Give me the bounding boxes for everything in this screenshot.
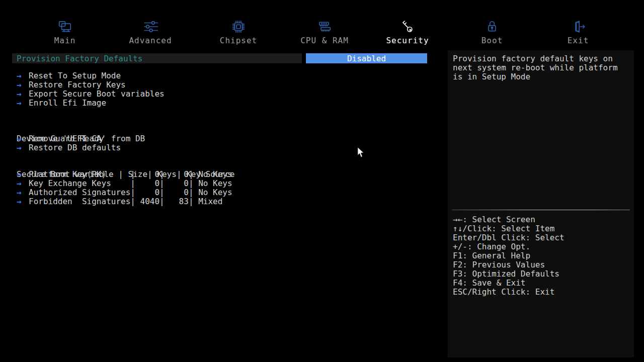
secure-boot-variable-table: Secure Boot variable | Size| Keys| Key S… xyxy=(0,161,448,206)
submenu-arrow-icon: → xyxy=(17,143,22,152)
lock-icon xyxy=(485,19,500,34)
tab-boot[interactable]: Boot xyxy=(457,19,527,45)
option-value-box[interactable]: Disabled xyxy=(306,53,427,63)
option-label-bar: Provision Factory Defaults xyxy=(12,53,302,63)
help-panel-divider xyxy=(452,210,630,210)
menu-item-export-secure-boot[interactable]: → Export Secure Boot variables xyxy=(0,89,448,99)
chip-icon xyxy=(231,19,246,34)
legend-change-opt: +/-: Change Opt. xyxy=(453,242,565,251)
tab-cpu-ram[interactable]: CPU & RAM xyxy=(289,19,360,45)
tab-chipset-label: Chipset xyxy=(220,36,257,45)
tab-main-label: Main xyxy=(54,36,76,45)
legend-general-help: F1: General Help xyxy=(453,251,565,260)
menu-item-remove-uefi-ca[interactable]: → Remove 'UEFI CA' from DB xyxy=(0,134,448,143)
key-icon xyxy=(400,19,415,34)
tab-exit[interactable]: Exit xyxy=(543,19,613,45)
security-actions-list: → Reset To Setup Mode → Restore Factory … xyxy=(0,71,448,108)
submenu-arrow-icon: → xyxy=(17,99,22,108)
item-help-text: Provision factory default keys on next s… xyxy=(453,54,618,81)
table-row-authorized-signatures[interactable]: → Authorized Signatures| 0| 0| No Keys xyxy=(0,188,448,197)
menu-item-reset-setup-mode[interactable]: → Reset To Setup Mode xyxy=(0,71,448,80)
setup-menu-bar: Main Advanced Chipset xyxy=(0,0,644,50)
legend-select-item: ↑↓/Click: Select Item xyxy=(453,224,565,233)
tab-chipset[interactable]: Chipset xyxy=(203,19,274,45)
tab-main[interactable]: Main xyxy=(30,19,100,45)
submenu-arrow-icon: → xyxy=(17,179,22,188)
tab-security-label: Security xyxy=(386,36,429,45)
option-value: Disabled xyxy=(347,54,386,63)
device-guard-header: Device Guard Ready xyxy=(0,125,448,134)
submenu-arrow-icon: → xyxy=(17,71,22,80)
memory-icon xyxy=(317,19,332,34)
computer-icon xyxy=(57,19,72,34)
legend-previous-values: F2: Previous Values xyxy=(453,260,565,269)
menu-item-restore-db-defaults[interactable]: → Restore DB defaults xyxy=(0,143,448,152)
submenu-arrow-icon: → xyxy=(17,89,22,99)
tab-cpu-ram-label: CPU & RAM xyxy=(300,36,349,45)
tab-advanced[interactable]: Advanced xyxy=(115,19,186,45)
device-guard-section: Device Guard Ready → Remove 'UEFI CA' fr… xyxy=(0,125,448,152)
legend-select: Enter/Dbl Click: Select xyxy=(453,233,565,242)
tab-exit-label: Exit xyxy=(568,36,589,45)
tab-advanced-label: Advanced xyxy=(129,36,172,45)
secure-boot-table-header: Secure Boot variable | Size| Keys| Key S… xyxy=(0,161,448,170)
menu-item-restore-factory-keys[interactable]: → Restore Factory Keys xyxy=(0,80,448,89)
submenu-arrow-icon: → xyxy=(17,170,22,179)
door-exit-icon xyxy=(571,19,586,34)
help-panel: Provision factory default keys on next s… xyxy=(448,50,634,357)
submenu-arrow-icon: → xyxy=(17,80,22,89)
provision-factory-defaults-row[interactable]: Provision Factory Defaults Disabled xyxy=(0,53,448,63)
submenu-arrow-icon: → xyxy=(17,197,22,206)
submenu-arrow-icon: → xyxy=(17,134,22,143)
option-label: Provision Factory Defaults xyxy=(12,54,142,63)
legend-esc-exit: ESC/Right Click: Exit xyxy=(453,288,565,297)
table-row-key-exchange-keys[interactable]: → Key Exchange Keys | 0| 0| No Keys xyxy=(0,179,448,188)
sliders-icon xyxy=(143,19,158,34)
tab-security[interactable]: Security xyxy=(372,19,443,45)
key-legend: →←: Select Screen ↑↓/Click: Select Item … xyxy=(453,215,565,297)
legend-select-screen: →←: Select Screen xyxy=(453,215,565,224)
tab-boot-label: Boot xyxy=(481,36,503,45)
submenu-arrow-icon: → xyxy=(17,188,22,197)
menu-item-enroll-efi-image[interactable]: → Enroll Efi Image xyxy=(0,99,448,108)
table-row-forbidden-signatures[interactable]: → Forbidden Signatures| 4040| 83| Mixed xyxy=(0,197,448,206)
table-row-platform-key[interactable]: → Platform Key(PK) | 0| 0| No Keys xyxy=(0,170,448,179)
legend-optimized-defaults: F3: Optimized Defaults xyxy=(453,269,565,279)
legend-save-exit: F4: Save & Exit xyxy=(453,279,565,288)
